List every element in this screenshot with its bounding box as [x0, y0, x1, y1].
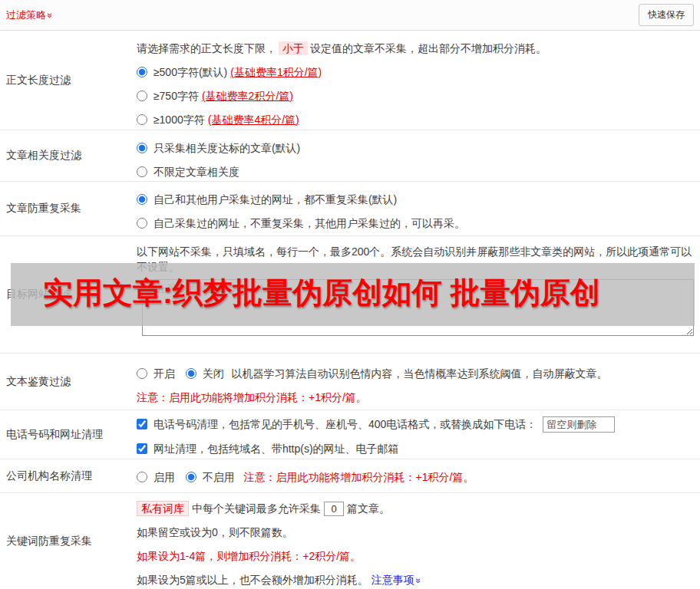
- porn-filter-note: 注意：启用此功能将增加积分消耗：+1积分/篇。: [137, 390, 694, 405]
- checkbox-url-clean-label: 网址清理，包括纯域名、带http(s)的网址、电子邮箱: [154, 443, 399, 455]
- keyword-dedup-label: 关键词防重复采集: [0, 493, 137, 589]
- radio-1000[interactable]: [137, 114, 147, 125]
- radio-relevance-any-label: 不限定文章相关度: [154, 166, 239, 178]
- radio-relevance-any[interactable]: [137, 166, 147, 177]
- radio-500[interactable]: [137, 67, 147, 77]
- radio-option-dedup-self[interactable]: 自己采集过的网址，不重复采集，其他用户采集过的，可以再采。: [137, 217, 465, 229]
- porn-filter-desc: 以机器学习算法自动识别色情内容，当色情概率达到系统阈值，自动屏蔽文章。: [232, 367, 608, 380]
- target-site-desc: 以下网站不采集，只填域名，每行一个，最多200个。系统会自动识别并屏蔽那些非文章…: [137, 244, 694, 275]
- radio-company-off[interactable]: [186, 472, 196, 482]
- top-bar: 过滤策略» 快速保存: [0, 0, 700, 31]
- chevron-down-icon: »: [45, 12, 55, 18]
- checkbox-option-url-clean[interactable]: 网址清理，包括纯域名、带http(s)的网址、电子邮箱: [137, 443, 399, 455]
- radio-porn-on[interactable]: [137, 368, 147, 379]
- radio-500-fee: (基础费率1积分/篇): [230, 66, 322, 78]
- row-dedup-collect: 文章防重复采集 自己和其他用户采集过的网址，都不重复采集(默认) 自己采集过的网…: [0, 182, 700, 236]
- blocked-domains-textarea[interactable]: [142, 279, 694, 336]
- radio-relevance-strict-label: 只采集相关度达标的文章(默认): [154, 142, 300, 154]
- radio-option-dedup-all[interactable]: 自己和其他用户采集过的网址，都不重复采集(默认): [137, 193, 397, 206]
- phone-url-clean-label: 电话号码和网址清理: [0, 410, 137, 459]
- max-articles-count-input[interactable]: [324, 502, 344, 516]
- page-title-text: 过滤策略: [6, 9, 46, 21]
- radio-dedup-all[interactable]: [137, 194, 147, 205]
- notice-link-text: 注意事项: [371, 574, 414, 586]
- porn-filter-label: 文本鉴黄过滤: [0, 354, 137, 410]
- radio-porn-off-label: 关闭: [203, 367, 224, 380]
- radio-company-on-label: 启用: [154, 471, 175, 483]
- radio-750-label: ≥750字符: [154, 90, 199, 102]
- radio-option-porn-off[interactable]: 关闭: [186, 367, 227, 380]
- row-porn-filter: 文本鉴黄过滤 开启 关闭 以机器学习算法自动识别色情内容，当色情概率达到系统阈值…: [0, 354, 700, 410]
- radio-option-relevance-strict[interactable]: 只采集相关度达标的文章(默认): [137, 142, 300, 154]
- row-target-site-filter: 目标网站过滤 以下网站不采集，只填域名，每行一个，最多200个。系统会自动识别并…: [0, 236, 700, 354]
- radio-dedup-self-label: 自己采集过的网址，不重复采集，其他用户采集过的，可以再采。: [154, 217, 465, 229]
- radio-relevance-strict[interactable]: [137, 143, 147, 153]
- row-keyword-dedup: 关键词防重复采集 私有词库中每个关键词最多允许采集篇文章。 如果留空或设为0，则…: [0, 493, 700, 589]
- length-filter-intro: 请选择需求的正文长度下限，小于设定值的文章不采集，超出部分不增加积分消耗。: [137, 41, 694, 56]
- keyword-dedup-line3: 如果设为1-4篇，则增加积分消耗：+2积分/篇。: [137, 548, 694, 564]
- row-company-clean: 公司机构名称清理 启用 不启用 注意：启用此功能将增加积分消耗：+1积分/篇。: [0, 459, 700, 493]
- radio-dedup-all-label: 自己和其他用户采集过的网址，都不重复采集(默认): [154, 193, 397, 206]
- keyword-dedup-line1-end: 篇文章。: [347, 502, 390, 515]
- radio-option-1000[interactable]: ≥1000字符(基础费率4积分/篇): [137, 114, 299, 126]
- checkbox-phone-clean[interactable]: [137, 419, 147, 429]
- radio-option-relevance-any[interactable]: 不限定文章相关度: [137, 166, 239, 178]
- radio-porn-on-label: 开启: [154, 367, 175, 380]
- dedup-collect-label: 文章防重复采集: [0, 182, 137, 235]
- intro-before: 请选择需求的正文长度下限，: [137, 42, 276, 54]
- chevron-down-icon: »: [411, 578, 426, 584]
- radio-option-company-off[interactable]: 不启用: [186, 471, 238, 483]
- radio-company-off-label: 不启用: [203, 471, 235, 483]
- radio-1000-fee: (基础费率4积分/篇): [208, 114, 299, 126]
- radio-option-company-on[interactable]: 启用: [137, 471, 178, 483]
- page-title[interactable]: 过滤策略»: [6, 8, 53, 22]
- replacement-phone-input[interactable]: [543, 416, 615, 433]
- row-length-filter: 正文长度过滤 请选择需求的正文长度下限，小于设定值的文章不采集，超出部分不增加积…: [0, 31, 700, 130]
- radio-750-fee: (基础费率2积分/篇): [202, 90, 293, 102]
- relevance-filter-label: 文章相关度过滤: [0, 130, 137, 181]
- row-relevance-filter: 文章相关度过滤 只采集相关度达标的文章(默认) 不限定文章相关度: [0, 130, 700, 182]
- radio-750[interactable]: [137, 90, 147, 101]
- intro-after: 设定值的文章不采集，超出部分不增加积分消耗。: [310, 42, 546, 54]
- keyword-dedup-line4: 如果设为5篇或以上，也不会额外增加积分消耗。: [137, 574, 368, 586]
- radio-500-label: ≥500字符(默认): [154, 66, 227, 78]
- checkbox-option-phone-clean[interactable]: 电话号码清理，包括常见的手机号、座机号、400电话格式，或替换成如下电话：: [137, 418, 540, 430]
- checkbox-url-clean[interactable]: [137, 443, 147, 454]
- radio-dedup-self[interactable]: [137, 218, 147, 229]
- target-site-filter-label: 目标网站过滤: [0, 236, 137, 353]
- company-clean-note: 注意：启用此功能将增加积分消耗：+1积分/篇。: [244, 471, 474, 483]
- checkbox-phone-clean-label: 电话号码清理，包括常见的手机号、座机号、400电话格式，或替换成如下电话：: [154, 418, 537, 430]
- quick-save-button[interactable]: 快速保存: [639, 4, 694, 26]
- notice-link[interactable]: 注意事项»: [371, 574, 421, 586]
- row-phone-url-clean: 电话号码和网址清理 电话号码清理，包括常见的手机号、座机号、400电话格式，或替…: [0, 410, 700, 459]
- intro-highlight: 小于: [279, 41, 308, 55]
- length-filter-label: 正文长度过滤: [0, 31, 137, 130]
- private-thesaurus-badge: 私有词库: [137, 501, 189, 516]
- radio-option-porn-on[interactable]: 开启: [137, 367, 178, 380]
- radio-porn-off[interactable]: [186, 368, 196, 379]
- radio-option-500[interactable]: ≥500字符(默认)(基础费率1积分/篇): [137, 66, 322, 78]
- radio-company-on[interactable]: [137, 472, 147, 482]
- radio-1000-label: ≥1000字符: [154, 114, 205, 126]
- keyword-dedup-line2: 如果留空或设为0，则不限篇数。: [137, 525, 694, 540]
- radio-option-750[interactable]: ≥750字符(基础费率2积分/篇): [137, 90, 293, 102]
- keyword-dedup-line1: 中每个关键词最多允许采集: [192, 502, 321, 515]
- company-clean-label: 公司机构名称清理: [0, 459, 137, 492]
